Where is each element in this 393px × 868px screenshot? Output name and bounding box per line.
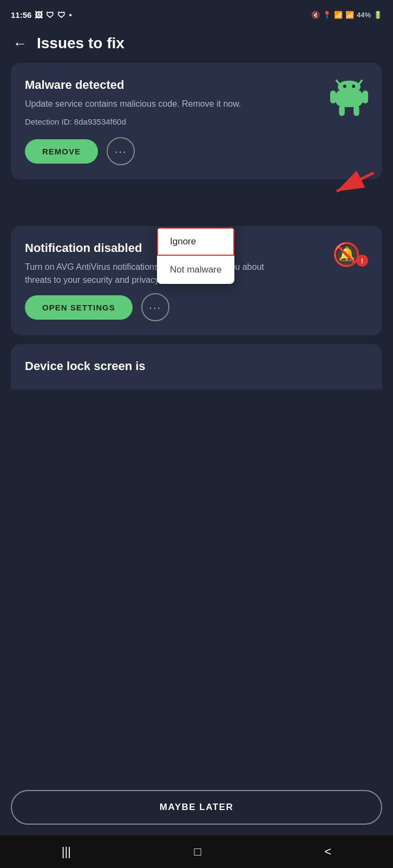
svg-point-4 [343, 85, 346, 88]
maybe-later-button[interactable]: MAYBE LATER [11, 790, 382, 825]
page-title: Issues to fix [37, 35, 125, 52]
dropdown-not-malware[interactable]: Not malware [157, 256, 234, 284]
cards-container: Malware detected Update service contains… [0, 63, 393, 390]
battery-icon: 🔋 [374, 11, 382, 19]
maybe-later-bar: MAYBE LATER [0, 785, 393, 835]
malware-card: Malware detected Update service contains… [11, 63, 382, 179]
device-lock-title: Device lock screen is [25, 359, 368, 373]
nav-back-icon[interactable]: < [324, 845, 331, 859]
remove-button[interactable]: REMOVE [25, 139, 98, 164]
nav-bar: ||| □ < [0, 835, 393, 868]
battery-text: 44% [357, 11, 371, 19]
dot-icon: • [69, 10, 71, 20]
malware-card-title: Malware detected [25, 78, 368, 92]
location-icon: 📍 [323, 11, 331, 19]
notification-card-actions: OPEN SETTINGS ··· [25, 293, 368, 321]
dropdown-menu: Ignore Not malware [157, 228, 234, 284]
detection-id: Detection ID: 8da93534f60d [25, 117, 368, 126]
notification-card-desc: Turn on AVG AntiVirus notifications, so … [25, 261, 283, 287]
back-button[interactable]: ← [13, 35, 27, 52]
photo-icon: 🖼 [35, 10, 43, 20]
notification-more-button[interactable]: ··· [141, 293, 169, 321]
malware-card-actions: REMOVE ··· [25, 137, 368, 165]
android-icon [330, 78, 368, 116]
signal-icon: 📶 [345, 11, 354, 19]
home-icon[interactable]: □ [194, 845, 201, 859]
notification-icon: 🔕 ! [332, 241, 368, 268]
header: ← Issues to fix [0, 27, 393, 63]
shield-icon-2: 🛡 [57, 10, 66, 20]
status-right: 🔇 📍 📶 📶 44% 🔋 [311, 11, 382, 19]
svg-point-3 [338, 81, 361, 93]
status-left: 11:56 🖼 🛡 🛡 • [11, 10, 72, 20]
recent-apps-icon[interactable]: ||| [62, 845, 71, 859]
open-settings-button[interactable]: OPEN SETTINGS [25, 295, 133, 320]
svg-rect-8 [330, 90, 336, 103]
svg-rect-9 [362, 90, 368, 103]
more-dots-icon: ··· [115, 145, 127, 158]
exclamation-badge: ! [356, 255, 368, 267]
mute-icon: 🔇 [311, 11, 320, 19]
wifi-icon: 📶 [334, 11, 343, 19]
bell-muted-icon: 🔕 [332, 241, 361, 268]
svg-rect-6 [339, 106, 344, 116]
svg-point-5 [352, 85, 355, 88]
status-time: 11:56 [11, 10, 31, 20]
status-bar: 11:56 🖼 🛡 🛡 • 🔇 📍 📶 📶 44% 🔋 [0, 0, 393, 27]
device-lock-card: Device lock screen is [11, 344, 382, 390]
shield-icon-1: 🛡 [46, 10, 54, 20]
svg-line-11 [337, 173, 374, 191]
red-arrow-annotation [320, 169, 375, 203]
dropdown-ignore[interactable]: Ignore [157, 228, 234, 256]
svg-rect-7 [353, 106, 359, 116]
notification-more-dots-icon: ··· [149, 301, 161, 314]
more-options-button[interactable]: ··· [107, 137, 135, 165]
malware-card-desc: Update service contains malicious code. … [25, 98, 248, 111]
